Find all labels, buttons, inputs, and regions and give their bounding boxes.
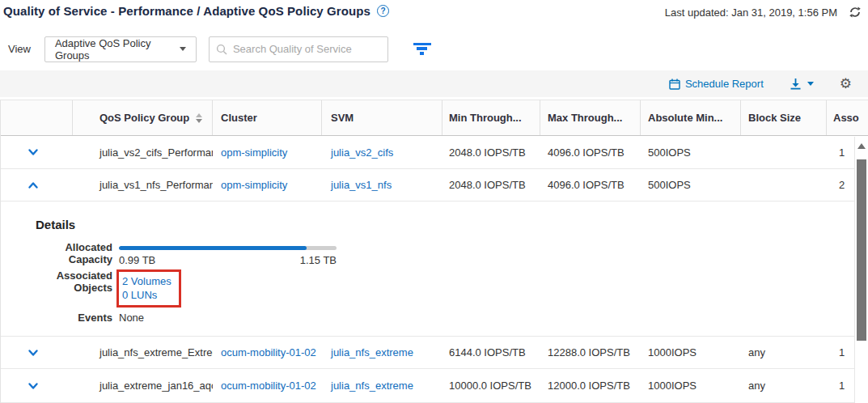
svm-link[interactable]: julia_vs2_cifs [331, 146, 393, 159]
table-row: julia_vs1_nfs_Performance opm-simplicity… [1, 169, 868, 202]
volumes-link[interactable]: 2 Volumes [122, 274, 171, 288]
table-header-row: QoS Policy Group Cluster SVM Min Through… [1, 100, 868, 136]
allocated-capacity-bar [119, 246, 337, 250]
absolute-min-value: 1000IOPS [641, 380, 741, 392]
scrollbar-thumb[interactable] [857, 159, 866, 341]
absolute-min-value: 500IOPS [641, 179, 741, 191]
cluster-link[interactable]: opm-simplicity [221, 146, 287, 159]
allocated-capacity-label: Allocated Capacity [25, 241, 112, 265]
table-row: julia_nfs_extreme_Extreme_Performance oc… [1, 337, 868, 369]
download-icon [790, 78, 802, 90]
schedule-report-button[interactable]: Schedule Report [669, 78, 764, 90]
column-header-min-throughput[interactable]: Min Through... [442, 100, 540, 135]
chevron-down-icon [180, 47, 186, 51]
search-box [209, 36, 388, 62]
absolute-min-value: 500IOPS [641, 146, 741, 159]
calendar-icon [669, 78, 680, 90]
luns-link[interactable]: 0 LUNs [122, 288, 171, 302]
search-icon [216, 44, 227, 55]
view-label: View [8, 43, 31, 55]
min-throughput-value: 10000.0 IOPS/TB [442, 380, 540, 392]
collapse-chevron-up-icon[interactable] [27, 179, 40, 192]
svm-link[interactable]: julia_nfs_extreme [331, 346, 413, 358]
view-dropdown-value: Adaptive QoS Policy Groups [55, 37, 180, 62]
search-input[interactable] [233, 43, 381, 55]
last-updated-text: Last updated: Jan 31, 2019, 1:56 PM [665, 6, 837, 19]
svm-link[interactable]: julia_nfs_extreme [331, 380, 413, 392]
expand-column-header [1, 100, 73, 135]
qos-policy-table: QoS Policy Group Cluster SVM Min Through… [0, 100, 868, 403]
associated-objects-row: Associated Objects 2 Volumes 0 LUNs [25, 269, 868, 308]
max-throughput-value: 12000.0 IOPS/TB [540, 380, 641, 392]
associated-objects-label: Associated Objects [25, 269, 112, 294]
qos-policy-group-name: julia_extreme_jan16_aqos [73, 380, 213, 392]
cluster-link[interactable]: opm-simplicity [221, 179, 287, 191]
page-title: Quality of Service - Performance / Adapt… [3, 4, 370, 18]
max-throughput-value: 4096.0 IOPS/TB [540, 146, 641, 159]
row-details-panel: Details Allocated Capacity 0.99 TB 1.15 … [1, 202, 868, 337]
column-header-max-throughput[interactable]: Max Through... [540, 100, 641, 135]
allocated-total-value: 1.15 TB [300, 254, 337, 266]
details-heading: Details [36, 218, 868, 231]
absolute-min-value: 1000IOPS [641, 346, 741, 358]
sort-icon[interactable] [196, 113, 202, 123]
cluster-link[interactable]: ocum-mobility-01-02 [221, 380, 316, 392]
min-throughput-value: 2048.0 IOPS/TB [442, 179, 540, 191]
table-row: julia_vs2_cifs_Performance opm-simplicit… [1, 136, 868, 169]
column-header-absolute-min[interactable]: Absolute Min... [641, 100, 741, 135]
table-row: julia_extreme_jan16_aqos ocum-mobility-0… [1, 369, 868, 403]
chevron-down-icon [807, 82, 814, 86]
schedule-report-label: Schedule Report [685, 78, 764, 90]
block-size-value: any [741, 380, 827, 392]
filter-bar: View Adaptive QoS Policy Groups [8, 36, 868, 62]
min-throughput-value: 2048.0 IOPS/TB [442, 146, 540, 159]
svm-link[interactable]: julia_vs1_nfs [331, 179, 392, 191]
column-header-svm[interactable]: SVM [322, 100, 442, 135]
events-label: Events [25, 312, 112, 324]
expand-chevron-down-icon[interactable] [27, 380, 40, 392]
block-size-value: any [741, 346, 827, 358]
max-throughput-value: 4096.0 IOPS/TB [540, 179, 641, 191]
column-header-associated[interactable]: Asso [827, 100, 868, 135]
scroll-up-arrow-icon[interactable] [857, 143, 866, 149]
allocated-capacity-row: Allocated Capacity 0.99 TB 1.15 TB [25, 241, 868, 266]
settings-gear-icon[interactable]: ⚙ [840, 77, 852, 91]
table-toolbar: Schedule Report ⚙ [0, 70, 868, 97]
max-throughput-value: 12288.0 IOPS/TB [540, 346, 641, 358]
title-bar: Quality of Service - Performance / Adapt… [0, 0, 868, 26]
qos-policy-group-name: julia_vs1_nfs_Performance [73, 179, 213, 191]
refresh-icon[interactable] [849, 6, 862, 19]
events-value: None [119, 312, 144, 324]
column-header-block-size[interactable]: Block Size [741, 100, 827, 135]
allocated-capacity-fill [119, 246, 307, 250]
help-icon[interactable]: ? [377, 5, 389, 17]
qos-policy-group-name: julia_nfs_extreme_Extreme_Performance [73, 346, 213, 358]
qos-policy-group-name: julia_vs2_cifs_Performance [73, 146, 213, 159]
column-header-cluster[interactable]: Cluster [213, 100, 322, 135]
min-throughput-value: 6144.0 IOPS/TB [442, 346, 540, 358]
column-header-qos-policy-group[interactable]: QoS Policy Group [73, 100, 213, 135]
annotation-highlight-box: 2 Volumes 0 LUNs [116, 269, 181, 308]
filter-icon[interactable] [410, 40, 434, 58]
expand-chevron-down-icon[interactable] [27, 146, 40, 159]
download-button[interactable] [790, 78, 814, 90]
events-row: Events None [25, 312, 868, 324]
expand-chevron-down-icon[interactable] [27, 346, 40, 359]
view-dropdown[interactable]: Adaptive QoS Policy Groups [44, 36, 197, 62]
cluster-link[interactable]: ocum-mobility-01-02 [221, 346, 316, 358]
vertical-scrollbar[interactable] [854, 137, 868, 403]
allocated-used-value: 0.99 TB [119, 254, 155, 266]
